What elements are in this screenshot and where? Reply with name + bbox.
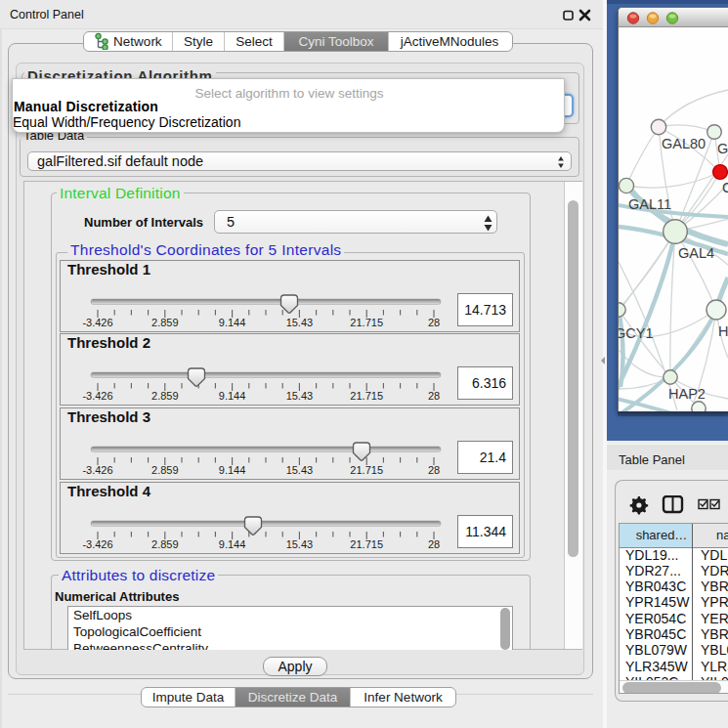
svg-text:GA: GA	[717, 141, 728, 156]
svg-text:28: 28	[428, 464, 440, 476]
svg-text:H: H	[718, 323, 728, 339]
svg-text:-3.426: -3.426	[82, 390, 112, 402]
svg-text:15.43: 15.43	[286, 538, 314, 550]
svg-text:2.859: 2.859	[151, 464, 179, 476]
svg-text:GAL4: GAL4	[678, 245, 714, 261]
svg-text:21.715: 21.715	[350, 317, 383, 328]
svg-text:28: 28	[428, 317, 440, 328]
svg-text:-3.426: -3.426	[82, 538, 112, 550]
svg-text:15.43: 15.43	[286, 464, 314, 476]
svg-text:-3.426: -3.426	[82, 464, 112, 476]
svg-text:9.144: 9.144	[219, 317, 246, 328]
svg-text:9.144: 9.144	[219, 464, 246, 476]
svg-text:21.715: 21.715	[350, 464, 383, 476]
svg-text:GAL80: GAL80	[662, 136, 706, 151]
svg-text:2.859: 2.859	[151, 390, 179, 402]
svg-text:9.144: 9.144	[219, 390, 246, 402]
svg-text:9.144: 9.144	[219, 538, 246, 550]
svg-text:28: 28	[428, 538, 440, 550]
svg-text:28: 28	[428, 390, 440, 402]
svg-text:2.859: 2.859	[151, 317, 179, 328]
svg-text:GCY1: GCY1	[619, 325, 654, 341]
svg-text:HAP2: HAP2	[668, 386, 706, 402]
svg-text:C: C	[722, 180, 728, 195]
svg-text:15.43: 15.43	[286, 390, 314, 402]
svg-text:21.715: 21.715	[350, 538, 383, 550]
svg-text:15.43: 15.43	[286, 317, 314, 328]
svg-text:GAL11: GAL11	[628, 196, 671, 212]
svg-text:-3.426: -3.426	[82, 317, 112, 328]
svg-text:2.859: 2.859	[151, 538, 179, 550]
svg-text:21.715: 21.715	[350, 390, 383, 402]
